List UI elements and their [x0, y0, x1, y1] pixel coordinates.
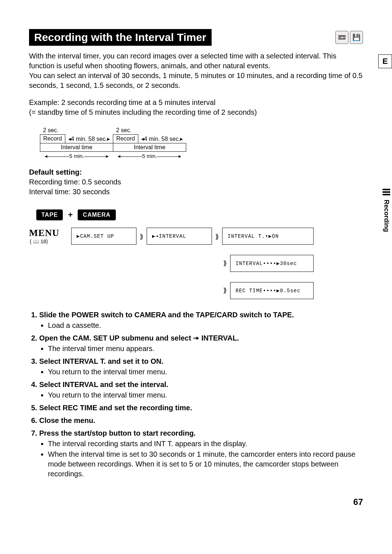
menu-box-interval: ▶➔INTERVAL — [147, 228, 212, 245]
step-4: Select INTERVAL and set the interval. Yo… — [39, 380, 363, 400]
menu-box-interval-val: INTERVAL••••▶30sec — [230, 255, 314, 272]
timing-diagram: 2 sec. 2 sec. Record ◂4 min. 58 sec.▸ Re… — [40, 126, 363, 160]
language-badge: E — [378, 54, 392, 68]
menu-label: MENU — [29, 228, 69, 239]
step-2: Open the CAM. SET UP submenu and select … — [39, 333, 363, 354]
section-tab: Recording — [383, 189, 392, 236]
mode-row: TAPE + CAMERA — [36, 209, 363, 220]
menu-box-camsetup: ▶CAM.SET UP — [71, 228, 136, 245]
step-3: Select INTERVAL T. and set it to ON. You… — [39, 357, 363, 377]
step-1: Slide the POWER switch to CAMERA and the… — [39, 310, 363, 330]
step-6: Close the menu. — [39, 416, 363, 425]
chevron-right-icon: ⟫ — [222, 286, 228, 294]
card-icon: 💾 — [350, 31, 363, 44]
chevron-right-icon: ⟫ — [139, 228, 144, 241]
intro-text: With the interval timer, you can record … — [29, 51, 363, 90]
tape-badge: TAPE — [36, 209, 63, 220]
default-settings: Default setting: Recording time: 0.5 sec… — [29, 167, 363, 197]
plus-icon: + — [68, 210, 73, 220]
mode-icons: 📼 💾 — [335, 29, 363, 46]
instruction-list: Slide the POWER switch to CAMERA and the… — [29, 310, 363, 479]
step-5: Select REC TIME and set the recording ti… — [39, 403, 363, 413]
menu-box-rectime: REC TIME••••▶0.5sec — [230, 282, 314, 299]
step-7: Press the start/stop button to start rec… — [39, 428, 363, 479]
chevron-right-icon: ⟫ — [214, 228, 220, 241]
camera-badge: CAMERA — [78, 209, 115, 220]
tape-icon: 📼 — [335, 31, 348, 44]
example-text: Example: 2 seconds recording time at a 5… — [29, 98, 363, 117]
chevron-right-icon: ⟫ — [222, 259, 228, 267]
page-number: 67 — [29, 497, 363, 507]
page-title: Recording with the Interval Timer — [29, 29, 212, 46]
menu-flow: MENU ( 📖 18) ▶CAM.SET UP ⟫ ▶➔INTERVAL ⟫ … — [29, 228, 363, 299]
menu-box-interval-t: INTERVAL T.•▶ON — [222, 228, 314, 245]
